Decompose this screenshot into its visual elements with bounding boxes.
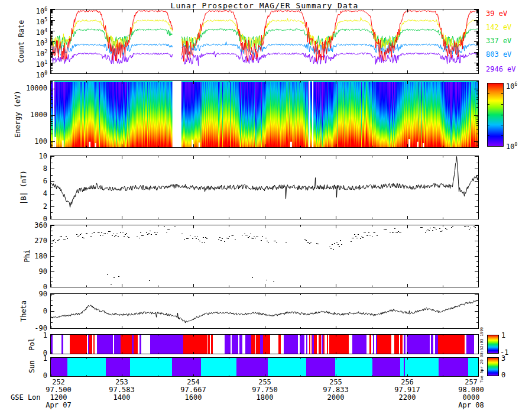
legend-item-337ev: 337 eV [486,37,511,45]
sun-band [50,357,479,377]
plot-generation-timestamp: Tue Apr 20 08:52:03 1999 [479,327,484,383]
y-tick-label: 6 [11,177,47,185]
x-tick-column: 256 97.917 2200 [379,379,436,402]
y-tick-label: 0 [11,308,47,315]
legend-item-2946ev: 2946 eV [486,65,516,73]
y-tick-label: 10 [11,153,47,160]
sun-colorbar-max-label: 3 [501,355,505,362]
spectrogram-colorbar [487,83,504,147]
y-tick-label: 104 [11,27,47,36]
y-tick-label: 103 [11,38,47,47]
x-tick-column: 257 98.000 0000 Apr 08 [443,379,499,409]
theta-plot [50,293,479,329]
y-tick-label: 100 [11,138,47,145]
sun-colorbar [487,357,499,376]
sun-axis-label: Sun [28,360,36,373]
colorbar-max-label: 106 [506,81,517,90]
legend-item-142ev: 142 eV [486,23,511,31]
y-tick-label: 180 [11,253,47,260]
bmag-plot [50,156,479,219]
energy-spectrogram [50,80,479,148]
y-tick-label: 1 [11,332,47,339]
x-tick-column: 253 97.583 1400 [93,379,150,402]
y-tick-label: 270 [11,237,47,244]
pol-colorbar-max-label: 1 [501,332,505,339]
y-tick-label: 106 [11,6,47,15]
y-tick-label: 90 [11,290,47,297]
pol-colorbar [487,335,499,354]
colorbar-min-label: 100 [506,141,517,150]
y-tick-label: -90 [11,325,47,332]
sun-colorbar-min-label: 0 [501,371,505,379]
y-tick-label: 102 [11,48,47,57]
y-tick-label: 8 [11,165,47,172]
pol-axis-label: Pol [28,338,36,351]
y-tick-label: 4 [11,190,47,197]
bmag-axis-label: |B| (nT) [20,170,28,205]
lunar-prospector-summary-plot: Lunar Prospector MAG/ER Summary Data Cou… [0,0,532,414]
y-tick-label: 100 [11,70,47,79]
y-tick-label: 360 [11,222,47,229]
count-rate-plot [50,9,479,74]
y-tick-label: 105 [11,17,47,25]
y-tick-label: 1 [11,355,47,362]
y-tick-label: 2 [11,203,47,210]
y-tick-label: 101 [11,59,47,68]
x-tick-column: 254 97.667 1600 [165,379,222,402]
y-tick-label: 90 [11,268,47,275]
y-tick-label: 10000 [11,85,47,92]
pol-band [50,334,479,354]
y-tick-label: 1000 [11,111,47,118]
legend-item-803ev: 803 eV [486,50,511,59]
legend-item-39ev: 39 eV [486,9,507,18]
x-tick-column: 255 97.750 1800 [236,379,293,402]
x-tick-column: 252 97.500 1200 Apr 07 [30,379,87,409]
phi-plot [50,225,479,287]
x-tick-column: 255 97.833 2000 [307,379,364,402]
